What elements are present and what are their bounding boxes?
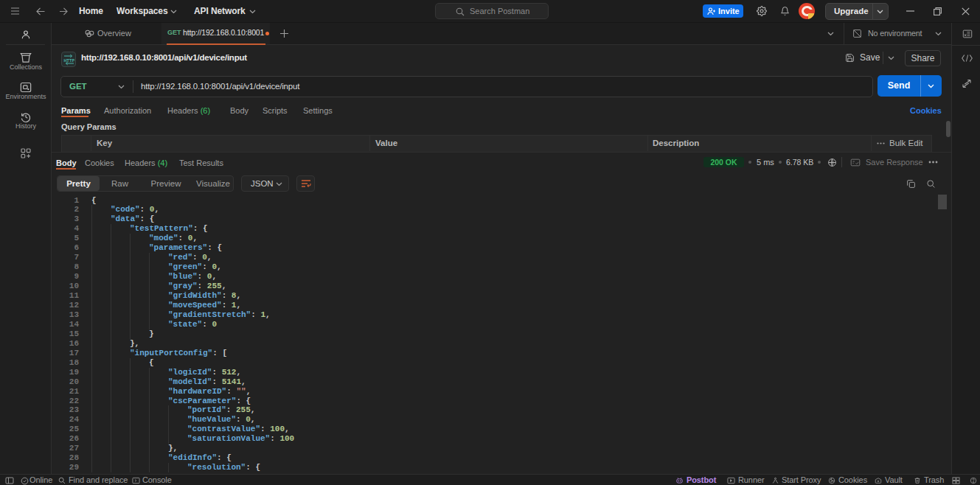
svg-text:HTTP: HTTP — [64, 57, 75, 62]
